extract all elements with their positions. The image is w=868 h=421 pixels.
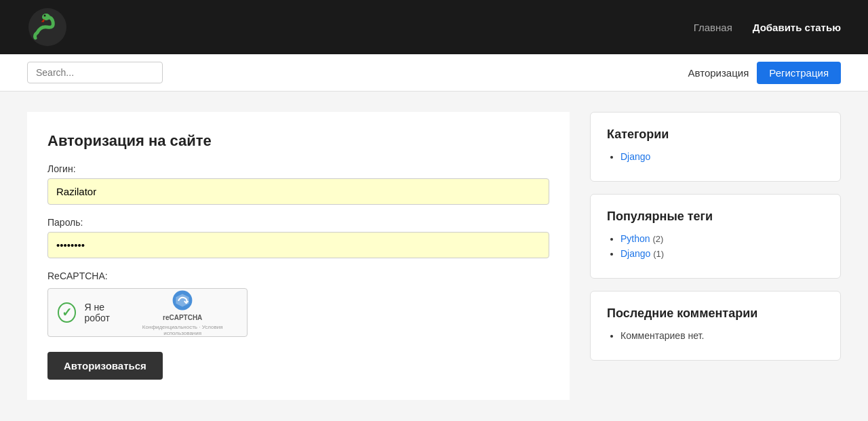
main-content: Авторизация на сайте Логин: Пароль: ReCA… xyxy=(14,112,854,400)
recaptcha-logo-icon xyxy=(172,289,193,311)
login-input[interactable] xyxy=(47,178,549,205)
svg-point-2 xyxy=(44,15,46,17)
auth-link[interactable]: Авторизация xyxy=(688,67,749,79)
logo-area xyxy=(27,7,68,47)
last-comments-list: Комментариев нет. xyxy=(607,330,824,341)
categories-card: Категории Django xyxy=(590,112,841,182)
register-button[interactable]: Регистрация xyxy=(757,62,841,84)
categories-list: Django xyxy=(607,151,824,162)
logo-icon xyxy=(27,7,68,47)
recaptcha-label: ReCAPTCHA: xyxy=(47,270,549,281)
secondary-bar: Авторизация Регистрация xyxy=(0,54,868,92)
checkmark-icon: ✓ xyxy=(62,305,72,320)
auth-links: Авторизация Регистрация xyxy=(688,62,841,84)
category-item-django: Django xyxy=(620,151,824,162)
top-nav: Главная Добавить статью xyxy=(0,0,868,54)
recaptcha-left: ✓ Я не робот xyxy=(58,302,127,323)
password-label: Пароль: xyxy=(47,217,549,228)
recaptcha-checkbox-text: Я не робот xyxy=(84,302,127,323)
category-link-django[interactable]: Django xyxy=(620,151,650,162)
nav-main-link[interactable]: Главная xyxy=(694,22,732,33)
tag-link-python[interactable]: Python xyxy=(620,233,650,244)
login-title: Авторизация на сайте xyxy=(47,132,549,150)
recaptcha-right: reCAPTCHA Конфиденциальность · Условия и… xyxy=(127,289,237,336)
last-comments-card: Последние комментарии Комментариев нет. xyxy=(590,291,841,361)
submit-button[interactable]: Авторизоваться xyxy=(47,352,163,380)
recaptcha-sub-text: Конфиденциальность · Условия использован… xyxy=(127,324,237,336)
tag-link-django[interactable]: Django xyxy=(620,248,650,259)
password-input[interactable] xyxy=(47,232,549,258)
tag-count-python: (2) xyxy=(652,234,663,244)
popular-tags-list: Python (2) Django (1) xyxy=(607,233,824,259)
svg-point-1 xyxy=(42,14,50,20)
search-input[interactable] xyxy=(27,62,163,83)
last-comments-title: Последние комментарии xyxy=(607,306,824,321)
no-comments-text: Комментариев нет. xyxy=(620,330,704,341)
categories-title: Категории xyxy=(607,127,824,142)
no-comments-item: Комментариев нет. xyxy=(620,330,824,341)
recaptcha-box[interactable]: ✓ Я не робот reCAPTCHA Конфиденциальност… xyxy=(47,288,248,337)
nav-add-article-link[interactable]: Добавить статью xyxy=(753,22,841,33)
tag-count-django: (1) xyxy=(653,249,664,259)
login-section: Авторизация на сайте Логин: Пароль: ReCA… xyxy=(27,112,570,400)
tag-item-python: Python (2) xyxy=(620,233,824,244)
nav-links: Главная Добавить статью xyxy=(694,22,841,33)
sidebar: Категории Django Популярные теги Python … xyxy=(590,112,841,361)
tag-item-django: Django (1) xyxy=(620,248,824,259)
popular-tags-card: Популярные теги Python (2) Django (1) xyxy=(590,194,841,279)
login-label: Логин: xyxy=(47,163,549,174)
popular-tags-title: Популярные теги xyxy=(607,209,824,224)
recaptcha-checkmark: ✓ xyxy=(58,302,76,323)
recaptcha-brand-text: reCAPTCHA xyxy=(163,314,202,321)
